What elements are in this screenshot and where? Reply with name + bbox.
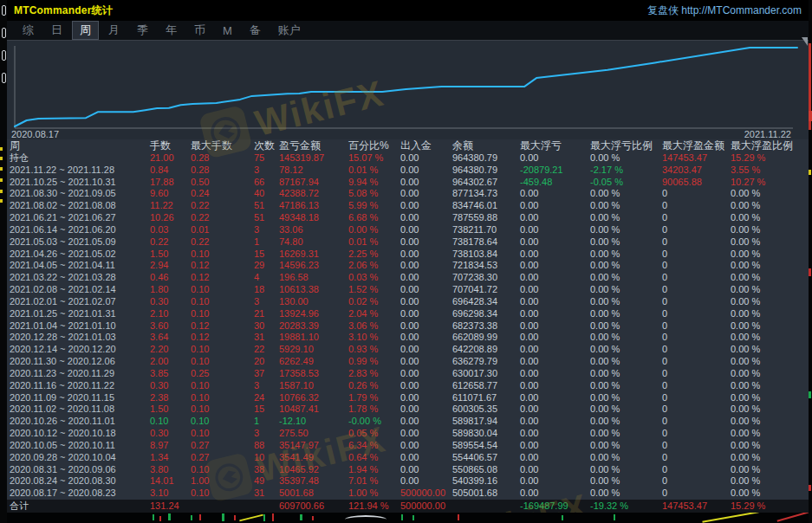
value-cell: 37 — [252, 368, 277, 380]
value-cell: 0.00 % — [588, 212, 660, 224]
table-row[interactable]: 2021.08.02 ~ 2021.08.0811.220.225147186.… — [7, 200, 809, 212]
value-cell: 0.10 — [189, 284, 252, 296]
table-row[interactable]: 2020.10.12 ~ 2020.10.180.300.103275.500.… — [7, 428, 809, 440]
period-cell: 2020.11.02 ~ 2020.11.08 — [7, 404, 148, 416]
table-row[interactable]: 2020.11.02 ~ 2020.11.081.500.101510487.4… — [7, 404, 809, 416]
value-cell: 1.79 % — [347, 392, 399, 404]
value-cell: 0.00 % — [588, 296, 660, 308]
table-row[interactable]: 2020.08.17 ~ 2020.08.233.100.10315001.68… — [7, 487, 809, 500]
menu-item-2[interactable]: 日 — [44, 22, 69, 39]
value-cell: 130.00 — [277, 296, 347, 308]
table-row[interactable]: 2020.11.16 ~ 2020.11.220.300.1031587.100… — [7, 380, 809, 392]
menu-item-8[interactable]: M — [216, 23, 239, 38]
value-cell: 0.10 — [189, 392, 252, 404]
table-row[interactable]: 2021.11.22 ~ 2021.11.280.840.28378.120.0… — [7, 165, 809, 177]
value-cell: 2.10 — [148, 308, 189, 320]
table-row[interactable]: 2020.08.24 ~ 2020.08.3014.011.004935397.… — [7, 475, 809, 487]
column-header-8[interactable]: 余额 — [451, 139, 518, 152]
value-cell: 0.00 — [518, 212, 588, 224]
value-cell: 0.00 % — [588, 452, 660, 464]
table-row[interactable]: 2020.12.14 ~ 2020.12.202.200.10225929.10… — [7, 344, 809, 356]
table-row[interactable]: 2021.02.01 ~ 2021.02.070.300.103130.000.… — [7, 296, 809, 308]
value-cell: 1.50 — [148, 404, 189, 416]
menu-item-4[interactable]: 月 — [101, 22, 127, 39]
value-cell: 3541.49 — [277, 452, 347, 464]
value-cell: 0.46 — [148, 272, 189, 284]
table-row[interactable]: 2020.12.28 ~ 2021.01.033.640.123119881.1… — [7, 332, 809, 344]
table-row[interactable]: 2021.01.04 ~ 2021.01.103.600.123020283.3… — [7, 320, 809, 333]
menu-item-1[interactable]: 综 — [16, 22, 41, 39]
column-header-5[interactable]: 盈亏金额 — [277, 139, 347, 152]
background-window-left-edge — [0, 0, 7, 523]
table-row[interactable]: 2020.10.05 ~ 2020.10.118.970.278835147.9… — [7, 440, 809, 452]
column-header-3[interactable]: 最大手数 — [189, 139, 252, 152]
table-row[interactable]: 2020.11.09 ~ 2020.11.152.380.102410766.3… — [7, 392, 809, 404]
column-header-2[interactable]: 手数 — [148, 139, 189, 152]
value-cell: 3.64 — [148, 332, 189, 344]
value-cell: 0.00 — [518, 200, 588, 212]
table-row[interactable]: 2020.11.23 ~ 2020.11.293.850.253717358.5… — [7, 368, 809, 380]
value-cell: 0.00 — [518, 380, 588, 392]
column-header-7[interactable]: 出入金 — [399, 139, 451, 152]
value-cell: 0 — [660, 404, 729, 416]
menu-item-7[interactable]: 币 — [187, 22, 212, 39]
value-cell: 0.00 % — [588, 428, 660, 440]
value-cell: 0.00 % — [588, 392, 660, 404]
value-cell: 540399.16 — [451, 475, 518, 487]
menu-item-5[interactable]: 季 — [130, 22, 155, 39]
table-row[interactable]: 2021.06.14 ~ 2021.06.200.030.01333.060.0… — [7, 224, 809, 236]
value-cell: 5001.68 — [277, 487, 347, 500]
menu-item-10[interactable]: 账户 — [271, 22, 308, 39]
column-header-6[interactable]: 百分比% — [347, 139, 399, 152]
value-cell: -459.48 — [518, 177, 588, 189]
column-header-11[interactable]: 最大浮盈金额 — [660, 139, 729, 152]
value-cell: 0 — [660, 416, 729, 428]
value-cell: 589817.94 — [451, 416, 518, 428]
table-row[interactable]: 2021.04.26 ~ 2021.05.021.500.101516269.3… — [7, 249, 809, 261]
value-cell: 1587.10 — [277, 380, 347, 392]
table-row[interactable]: 2021.02.08 ~ 2021.02.141.800.101810613.3… — [7, 284, 809, 296]
table-row[interactable]: 2020.08.31 ~ 2020.09.063.800.103810465.9… — [7, 464, 809, 476]
table-row[interactable]: 2020.09.28 ~ 2020.10.041.340.27103541.49… — [7, 452, 809, 464]
table-header: 周手数最大手数次数盈亏金额百分比%出入金余额最大浮亏最大浮亏比例最大浮盈金额最大… — [7, 139, 809, 152]
table-row[interactable]: 2020.11.30 ~ 2020.12.062.000.10206262.49… — [7, 356, 809, 368]
value-cell: 3 — [252, 224, 277, 236]
table-row[interactable]: 2021.06.21 ~ 2021.06.2710.260.225149348.… — [7, 212, 809, 224]
value-cell: 0.00 — [399, 249, 451, 261]
table-row[interactable]: 2021.10.25 ~ 2021.10.3117.880.506687167.… — [7, 177, 809, 189]
value-cell: 0.00 — [518, 392, 588, 404]
value-cell: 0.99 % — [347, 356, 399, 368]
value-cell: 3.85 — [148, 368, 189, 380]
table-row[interactable]: 2021.04.05 ~ 2021.04.112.940.122914596.2… — [7, 260, 809, 272]
value-cell: 3 — [252, 296, 277, 308]
menu-item-6[interactable]: 年 — [159, 22, 184, 39]
value-cell: 877134.73 — [451, 188, 518, 200]
table-row[interactable]: 持仓21.000.2875145319.8715.07 %0.00964380.… — [7, 152, 809, 165]
table-row[interactable]: 2021.05.03 ~ 2021.05.090.220.22174.800.0… — [7, 236, 809, 249]
value-cell: 0.22 — [148, 236, 189, 249]
value-cell: 5.99 % — [347, 200, 399, 212]
value-cell: 0.00 — [399, 392, 451, 404]
value-cell: 0.10 — [189, 428, 252, 440]
column-header-10[interactable]: 最大浮亏比例 — [588, 139, 660, 152]
table-row[interactable]: 2021.08.30 ~ 2021.09.059.600.244042388.7… — [7, 188, 809, 200]
table-row[interactable]: 2020.10.26 ~ 2020.11.010.100.101-12.10-0… — [7, 416, 809, 428]
value-cell: 8.97 — [148, 440, 189, 452]
table-row[interactable]: 2021.01.25 ~ 2021.01.312.100.102113924.9… — [7, 308, 809, 320]
menu-item-9[interactable]: 备 — [243, 22, 268, 39]
value-cell: 0.00 — [399, 464, 451, 476]
value-cell: 0.00 % — [729, 284, 809, 296]
value-cell: 1.00 % — [347, 487, 399, 500]
value-cell: 0 — [660, 296, 729, 308]
table-row[interactable]: 2021.03.22 ~ 2021.03.280.460.124196.580.… — [7, 272, 809, 284]
column-header-1[interactable]: 周 — [7, 139, 148, 152]
value-cell: 612658.77 — [451, 380, 518, 392]
value-cell: 0.00 % — [729, 464, 809, 476]
column-header-4[interactable]: 次数 — [252, 139, 277, 152]
column-header-9[interactable]: 最大浮亏 — [518, 139, 588, 152]
menu-item-3[interactable]: 周 — [73, 22, 98, 39]
table-total-row: 合计131.24609700.66121.94 %500000.00-16948… — [7, 500, 809, 513]
column-header-12[interactable]: 最大浮盈比例 — [729, 139, 809, 152]
value-cell: 0.00 — [518, 152, 588, 165]
brand-link[interactable]: 复盘侠 http://MTCommander.com — [647, 3, 802, 18]
